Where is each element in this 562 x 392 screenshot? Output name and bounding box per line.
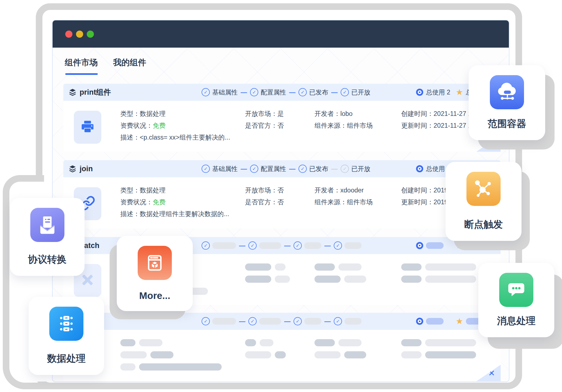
usage-count: 总使用 2: [416, 84, 450, 101]
step-check-icon-pending: [341, 165, 349, 173]
close-traffic-light[interactable]: [65, 31, 72, 38]
field-label: 更新时间：: [401, 198, 434, 206]
feature-card-label: 范围容器: [488, 117, 526, 130]
field-label: 资费状况：: [120, 122, 153, 129]
step-label: 基础属性: [212, 88, 238, 97]
field-label: 类型：: [120, 187, 140, 194]
step-label: 基础属性: [212, 165, 238, 173]
component-card-join[interactable]: join 基础属性 配置属性 已发布 已开放 总使用 6: [63, 160, 501, 228]
skeleton-column: [314, 339, 366, 363]
minimize-traffic-light[interactable]: [76, 31, 83, 38]
field-label: 组件来源：: [314, 198, 347, 206]
app-window: 组件市场 我的组件 print组件 基础属性 配置属性: [52, 20, 509, 382]
skeleton-pill: [259, 318, 281, 325]
field-label: 描述：: [120, 134, 140, 141]
skeleton-pill: [259, 242, 281, 249]
skeleton-pill: [304, 318, 321, 325]
field-label: 创建时间：: [401, 110, 434, 117]
skeleton-pill: [304, 242, 321, 249]
skeleton-pill: [426, 318, 444, 325]
step-indicator-skeleton: [202, 237, 362, 254]
step-check-icon: [250, 165, 258, 173]
card-header: join 基础属性 配置属性 已发布 已开放 总使用 6: [63, 160, 501, 177]
skeleton-pill: [401, 351, 422, 358]
feature-card-label: 数据处理: [47, 352, 86, 365]
step-connector: [284, 242, 290, 249]
layers-icon: [69, 88, 76, 96]
maximize-traffic-light[interactable]: [87, 31, 94, 38]
step-check-icon: [202, 241, 210, 250]
step-connector: [239, 242, 245, 249]
skeleton-pill: [425, 263, 476, 271]
skeleton-pill: [425, 351, 476, 358]
window-titlebar: [53, 20, 509, 48]
field-column: 开放市场：否 是否官方：否: [245, 184, 284, 208]
card-body: 类型：数据处理 资费状况：免费 描述：<p.class= xx>组件主要解决的.…: [63, 101, 501, 152]
step-check-icon: [202, 165, 210, 173]
component-card-skeleton[interactable]: [63, 313, 501, 381]
field-value-free: 免费: [153, 122, 166, 129]
step-indicator: 基础属性 配置属性 已发布 已开放: [202, 160, 370, 177]
skeleton-pill: [344, 242, 362, 249]
field-column: 开发者：xdooder 组件来源：组件市场: [314, 184, 373, 208]
component-title: print组件: [80, 87, 111, 97]
usage-eye-icon: [416, 165, 423, 172]
field-label: 是否官方：: [245, 198, 278, 206]
step-connector: [331, 165, 338, 173]
skeleton-pill: [120, 339, 135, 346]
feature-card-protocol-conversion[interactable]: 协议转换: [10, 198, 85, 276]
feature-card-message-processing[interactable]: 消息处理: [478, 263, 554, 337]
step-label: 已发布: [309, 165, 328, 173]
layers-icon: [69, 165, 76, 173]
skeleton-pill: [120, 351, 147, 358]
app-box-icon: [138, 246, 172, 280]
field-value: 是: [278, 110, 284, 117]
field-label: 是否官方：: [245, 122, 278, 129]
skeleton-pill: [212, 318, 236, 325]
field-value: 否: [278, 187, 284, 194]
feature-card-label: 断点触发: [464, 218, 503, 231]
card-body: 类型：数据处理 资费状况：免费 描述：数据处理组件主要解决数据的... 开放市场…: [63, 177, 501, 228]
step-check-icon: [248, 241, 257, 250]
skeleton-pill: [245, 263, 271, 271]
tab-label: 我的组件: [113, 58, 146, 67]
tab-bar: 组件市场 我的组件: [53, 48, 509, 77]
usage-eye-icon: [416, 89, 423, 96]
step-check-icon: [250, 88, 258, 96]
step-label: 配置属性: [261, 165, 286, 173]
field-label: 更新时间：: [401, 122, 434, 129]
usage-count-skeleton: [416, 313, 444, 330]
skeleton-pill: [212, 242, 236, 249]
skeleton-column: [401, 263, 476, 288]
step-check-icon: [202, 88, 210, 96]
feature-card-breakpoint-trigger[interactable]: 断点触发: [446, 162, 522, 241]
field-value: 数据处理组件主要解决数据的...: [140, 210, 229, 217]
tab-component-market[interactable]: 组件市场: [65, 57, 98, 77]
feature-card-more[interactable]: More...: [117, 236, 193, 311]
feature-card-range-container[interactable]: 范围容器: [469, 65, 545, 140]
feature-card-data-processing[interactable]: 数据处理: [29, 297, 104, 375]
step-check-icon: [334, 241, 342, 250]
field-value: 否: [278, 122, 284, 129]
skeleton-pill: [425, 276, 476, 283]
skeleton-pill: [275, 276, 290, 283]
step-check-icon: [334, 317, 342, 325]
active-tab-underline: [65, 73, 98, 75]
field-column: 类型：数据处理 资费状况：免费 描述：<p.class= xx>组件主要解决的.…: [120, 108, 230, 143]
usage-eye-icon: [416, 318, 423, 325]
skeleton-pill: [245, 276, 271, 283]
skeleton-pill: [338, 339, 362, 346]
step-check-icon: [202, 317, 210, 325]
molecule-icon: [466, 172, 501, 206]
skeleton-pill: [344, 351, 366, 358]
step-check-icon: [341, 88, 349, 96]
component-title: join: [80, 165, 93, 173]
field-value: xdooder: [340, 187, 364, 194]
skeleton-column: [401, 339, 476, 363]
field-label: 资费状况：: [120, 198, 153, 206]
step-connector: [324, 242, 331, 249]
skeleton-pill: [344, 276, 366, 283]
step-label: 已开放: [351, 88, 370, 97]
tab-my-components[interactable]: 我的组件: [113, 57, 146, 77]
component-card-print[interactable]: print组件 基础属性 配置属性 已发布 已开放 总使用 2: [63, 84, 501, 152]
